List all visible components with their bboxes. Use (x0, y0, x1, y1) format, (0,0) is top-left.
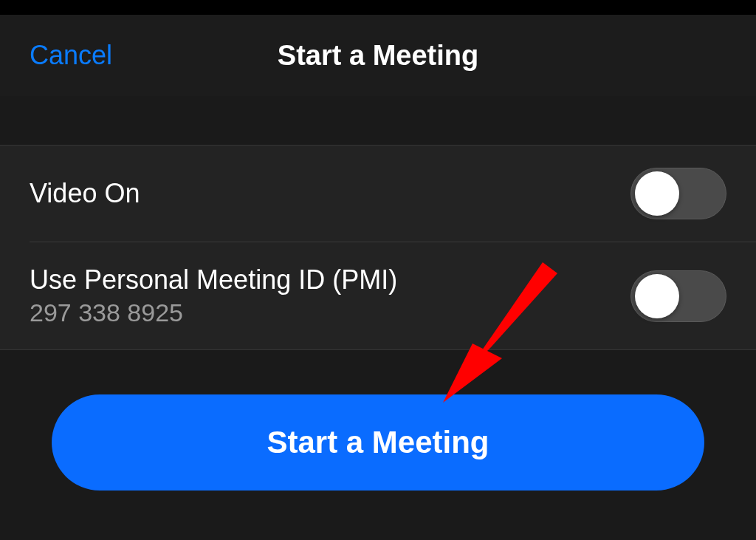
header: Cancel Start a Meeting (0, 15, 756, 96)
video-on-label: Video On (30, 178, 140, 209)
pmi-value: 297 338 8925 (30, 298, 397, 327)
cancel-button[interactable]: Cancel (30, 40, 112, 71)
pmi-toggle[interactable] (630, 270, 726, 322)
spacer (0, 96, 756, 145)
start-meeting-button[interactable]: Start a Meeting (52, 394, 704, 491)
button-area: Start a Meeting (0, 350, 756, 491)
settings-list: Video On Use Personal Meeting ID (PMI) 2… (0, 145, 756, 350)
pmi-label: Use Personal Meeting ID (PMI) (30, 264, 397, 295)
page-title: Start a Meeting (278, 40, 478, 72)
video-on-toggle[interactable] (630, 168, 726, 219)
video-on-row: Video On (0, 146, 756, 242)
status-bar (0, 0, 756, 15)
toggle-knob (635, 171, 679, 216)
pmi-row: Use Personal Meeting ID (PMI) 297 338 89… (30, 242, 756, 349)
toggle-knob (635, 274, 679, 318)
